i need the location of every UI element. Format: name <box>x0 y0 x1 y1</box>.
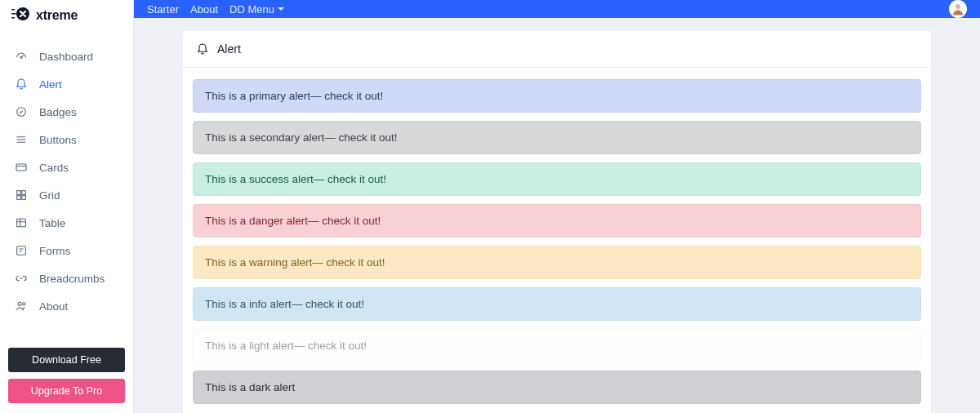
svg-rect-7 <box>17 191 21 195</box>
svg-rect-6 <box>16 164 26 171</box>
list-icon <box>15 133 28 146</box>
svg-rect-1 <box>11 13 16 15</box>
svg-rect-9 <box>17 196 21 200</box>
sidebar-item-breadcrumbs[interactable]: Breadcrumbs <box>0 264 133 292</box>
grid-icon <box>15 189 28 202</box>
sidebar-nav: Dashboard Alert Badges Buttons Cards Gri… <box>0 31 133 348</box>
brand-logo[interactable]: xtreme <box>0 0 133 31</box>
bell-icon <box>15 78 28 91</box>
sidebar-item-label: Dashboard <box>39 51 93 63</box>
sidebar-item-label: Breadcrumbs <box>39 273 105 285</box>
alert-primary: This is a primary alert— check it out! <box>193 79 921 113</box>
badge-icon <box>15 105 28 118</box>
alert-dark: This is a dark alert <box>193 371 921 404</box>
sidebar-item-table[interactable]: Table <box>0 209 133 237</box>
sidebar-item-buttons[interactable]: Buttons <box>0 126 133 153</box>
sidebar-item-forms[interactable]: Forms <box>0 237 133 264</box>
alert-light: This is a light alert— check it out! <box>193 329 921 362</box>
topnav: Starter About DD Menu <box>147 3 284 16</box>
topnav-ddmenu[interactable]: DD Menu <box>229 3 284 16</box>
sidebar-item-label: Buttons <box>39 134 77 146</box>
brand-name: xtreme <box>36 8 78 23</box>
topnav-starter[interactable]: Starter <box>147 3 179 16</box>
sidebar-item-label: About <box>39 300 68 313</box>
form-icon <box>15 244 28 257</box>
svg-point-15 <box>956 4 960 9</box>
link-icon <box>15 272 28 285</box>
sidebar-item-label: Table <box>39 217 65 229</box>
svg-rect-10 <box>22 196 26 200</box>
topbar: Starter About DD Menu <box>134 0 980 18</box>
sidebar-item-cards[interactable]: Cards <box>0 153 133 181</box>
svg-rect-2 <box>11 17 15 19</box>
sidebar-item-dashboard[interactable]: Dashboard <box>0 42 133 70</box>
sidebar-item-grid[interactable]: Grid <box>0 181 133 209</box>
download-free-button[interactable]: Download Free <box>8 348 125 372</box>
sidebar: xtreme Dashboard Alert Badges Buttons Ca… <box>0 0 134 413</box>
sidebar-item-label: Cards <box>39 162 69 174</box>
svg-rect-0 <box>11 9 15 11</box>
alert-warning: This is a warning alert— check it out! <box>193 246 921 279</box>
alert-card: Alert This is a primary alert— check it … <box>183 31 931 413</box>
svg-point-14 <box>23 303 25 305</box>
sidebar-item-about[interactable]: About <box>0 292 133 320</box>
svg-rect-12 <box>17 246 26 255</box>
sidebar-item-label: Forms <box>39 245 70 257</box>
sidebar-item-label: Badges <box>39 106 77 118</box>
sidebar-item-badges[interactable]: Badges <box>0 98 133 126</box>
alert-danger: This is a danger alert— check it out! <box>193 204 921 238</box>
speedometer-icon <box>15 50 28 63</box>
topnav-ddmenu-label: DD Menu <box>229 3 274 16</box>
avatar-icon <box>951 2 965 16</box>
card-icon <box>15 161 28 174</box>
alert-info: This is a info alert— check it out! <box>193 287 921 321</box>
svg-point-13 <box>18 302 21 305</box>
chevron-down-icon <box>278 7 284 14</box>
card-title: Alert <box>217 42 241 56</box>
table-icon <box>15 216 28 229</box>
svg-rect-11 <box>17 219 26 226</box>
card-header: Alert <box>183 31 931 68</box>
svg-rect-8 <box>22 191 26 195</box>
topnav-about[interactable]: About <box>190 3 218 16</box>
bell-icon <box>196 42 209 56</box>
sidebar-item-label: Grid <box>39 189 60 202</box>
sidebar-item-label: Alert <box>39 78 62 91</box>
alert-secondary: This is a secondary alert— check it out! <box>193 121 921 154</box>
brand-logo-icon <box>11 6 31 25</box>
card-body: This is a primary alert— check it out! T… <box>183 68 931 413</box>
people-icon <box>15 300 28 313</box>
upgrade-pro-button[interactable]: Upgrade To Pro <box>8 379 125 403</box>
sidebar-buttons: Download Free Upgrade To Pro <box>0 348 133 413</box>
user-avatar[interactable] <box>949 0 967 18</box>
alert-success: This is a success alert— check it out! <box>193 162 921 196</box>
sidebar-item-alert[interactable]: Alert <box>0 70 133 98</box>
